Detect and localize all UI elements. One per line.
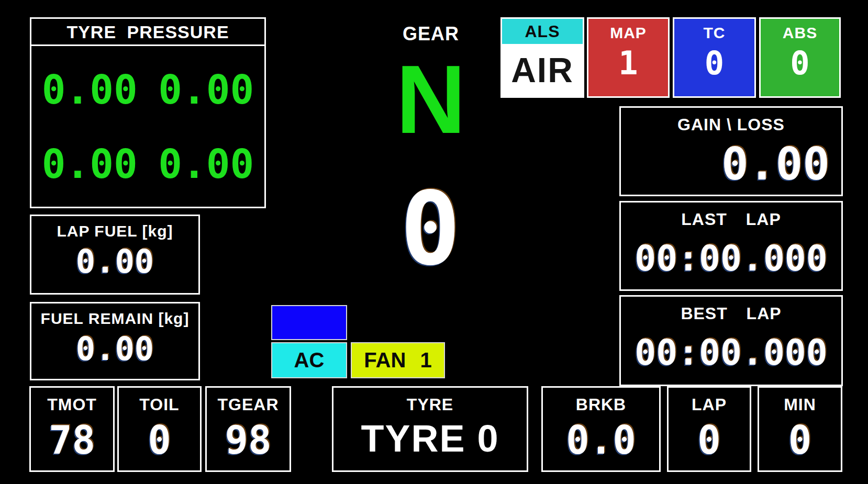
lap-fuel-box: LAP FUEL [kg] 0.00: [30, 215, 200, 295]
fuel-remain-label: FUEL REMAIN [kg]: [31, 310, 198, 328]
speed-value: 0: [378, 179, 483, 279]
als-value: AIR: [502, 44, 583, 96]
toil-label: TOIL: [119, 395, 200, 414]
lap-count-box: LAP 0: [667, 386, 751, 472]
abs-value: 0: [761, 47, 839, 80]
tc-value: 0: [674, 47, 754, 80]
tgear-value: 98: [207, 421, 290, 459]
fan-toggle[interactable]: FAN 1: [351, 342, 445, 378]
tyre-pressure-rear-right: 0.00: [158, 144, 254, 184]
min-label: MIN: [759, 395, 841, 414]
map-value: 1: [588, 47, 668, 80]
best-lap-box: BEST LAP 00:00.000: [619, 295, 843, 386]
als-tile[interactable]: ALS AIR: [500, 17, 584, 98]
toil-box: TOIL 0: [117, 386, 202, 472]
best-lap-label: BEST LAP: [621, 304, 841, 323]
tmot-box: TMOT 78: [29, 386, 115, 472]
tyre-pressure-front-left: 0.00: [42, 70, 138, 110]
last-lap-label: LAST LAP: [621, 210, 841, 229]
gain-loss-label: GAIN \ LOSS: [621, 115, 841, 134]
gain-loss-box: GAIN \ LOSS 0.00: [619, 106, 843, 196]
last-lap-box: LAST LAP 00:00.000: [619, 201, 843, 291]
gear-indicator: N: [376, 51, 486, 148]
tc-tile[interactable]: TC 0: [673, 17, 756, 98]
tyre-compound-box: TYRE TYRE 0: [332, 386, 528, 472]
brkb-label: BRKB: [543, 395, 659, 414]
abs-tile[interactable]: ABS 0: [759, 17, 841, 98]
min-box: MIN 0: [758, 386, 842, 472]
tmot-label: TMOT: [31, 395, 113, 414]
last-lap-value: 00:00.000: [621, 241, 841, 276]
blue-status-indicator[interactable]: [271, 305, 347, 340]
lap-fuel-value: 0.00: [31, 245, 198, 278]
tyre-pressure-rear-row: 0.00 0.00: [31, 144, 264, 184]
map-label: MAP: [588, 24, 668, 42]
gear-title: GEAR: [379, 23, 483, 45]
toil-value: 0: [119, 421, 200, 459]
tyre-pressure-rear-left: 0.00: [42, 144, 138, 184]
ac-toggle[interactable]: AC: [271, 342, 347, 378]
lap-fuel-label: LAP FUEL [kg]: [31, 222, 198, 240]
tyre-compound-label: TYRE: [333, 395, 527, 414]
fuel-remain-value: 0.00: [31, 333, 198, 365]
abs-label: ABS: [761, 24, 839, 42]
tyre-compound-value: TYRE 0: [333, 420, 527, 457]
lap-count-label: LAP: [669, 395, 750, 414]
tgear-label: TGEAR: [207, 395, 290, 414]
lap-count-value: 0: [669, 421, 750, 459]
racing-dashboard: TYRE PRESSURE 0.00 0.00 0.00 0.00 GEAR N…: [0, 0, 868, 484]
fuel-remain-box: FUEL REMAIN [kg] 0.00: [30, 302, 200, 380]
best-lap-value: 00:00.000: [621, 335, 841, 370]
tc-label: TC: [674, 24, 754, 42]
tmot-value: 78: [31, 421, 113, 459]
map-tile[interactable]: MAP 1: [587, 17, 670, 98]
tyre-pressure-front-row: 0.00 0.00: [31, 70, 264, 110]
tyre-pressure-front-right: 0.00: [158, 70, 254, 110]
als-label: ALS: [502, 19, 583, 44]
tyre-pressure-panel: TYRE PRESSURE 0.00 0.00 0.00 0.00: [30, 17, 266, 208]
min-value: 0: [759, 421, 841, 459]
brkb-value: 0.0: [543, 421, 659, 459]
brkb-box: BRKB 0.0: [541, 386, 661, 472]
tyre-pressure-title: TYRE PRESSURE: [31, 19, 264, 46]
gain-loss-value: 0.00: [721, 141, 830, 186]
tgear-box: TGEAR 98: [205, 386, 291, 472]
